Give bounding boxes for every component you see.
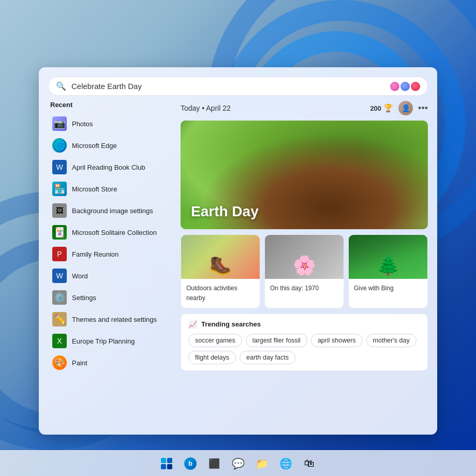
tag-earth-day-facts[interactable]: earth day facts — [240, 351, 295, 364]
recent-label-edge: Microsoft Edge — [72, 142, 117, 150]
paint-icon: 🎨 — [52, 355, 67, 370]
trending-arrow-icon: 📈 — [188, 320, 197, 329]
tag-april-showers[interactable]: april showers — [311, 334, 363, 347]
taskbar-teams-button[interactable]: 💬 — [227, 453, 249, 474]
recent-label-europe: Europe Trip Planning — [72, 337, 135, 345]
recent-label-bgsettings: Background image settings — [72, 207, 153, 215]
taskbar-edge-button[interactable]: 🌐 — [275, 453, 296, 474]
hero-title: Earth Day — [191, 203, 259, 220]
taskbar-start-button[interactable] — [156, 453, 177, 474]
trophy-icon: 🏆 — [383, 103, 393, 113]
recent-label-solitaire: Microsoft Solitaire Collection — [72, 229, 157, 236]
bing-logo — [390, 82, 420, 91]
recent-item-edge[interactable]: 🌐 Microsoft Edge — [48, 135, 172, 156]
recent-label-themes: Themes and related settings — [72, 316, 157, 323]
card-body-outdoor: Outdoors activities nearby — [181, 279, 260, 308]
recent-item-themes[interactable]: ✏️ Themes and related settings — [48, 308, 172, 330]
card-img-outdoor — [181, 235, 260, 279]
card-history[interactable]: On this day: 1970 — [264, 234, 344, 308]
win-logo-sq-4 — [167, 464, 172, 469]
win-logo-sq-3 — [161, 464, 166, 469]
recent-title: Recent — [48, 101, 172, 109]
card-body-givebing: Give with Bing — [349, 279, 427, 298]
trending-header: 📈 Trending searches — [188, 320, 420, 329]
taskview-icon: ⬛ — [209, 458, 220, 469]
europe-icon: X — [52, 334, 67, 348]
taskbar-bing-search-icon: b — [184, 457, 197, 470]
recent-item-settings[interactable]: ⚙️ Settings — [48, 287, 172, 308]
taskbar-edge-icon: 🌐 — [279, 457, 292, 470]
card-outdoor[interactable]: Outdoors activities nearby — [181, 234, 260, 308]
recent-label-family: Family Reunion — [72, 250, 118, 258]
cards-row: Outdoors activities nearby On this day: … — [181, 234, 428, 308]
themes-icon: ✏️ — [52, 312, 67, 326]
family-icon: P — [52, 247, 67, 261]
tag-flight-delays[interactable]: flight delays — [188, 351, 236, 364]
taskbar-explorer-button[interactable]: 📁 — [251, 453, 273, 474]
hero-card-earth-day[interactable]: Earth Day — [181, 121, 428, 229]
recent-label-photos: Photos — [72, 120, 93, 128]
card-img-givebing — [349, 235, 427, 279]
card-img-history — [265, 235, 344, 279]
win-logo-sq-2 — [167, 458, 172, 463]
tag-mothers-day[interactable]: mother's day — [366, 334, 416, 347]
recent-item-europe[interactable]: X Europe Trip Planning — [48, 330, 172, 352]
more-options-button[interactable]: ••• — [418, 103, 428, 114]
search-bar: 🔍 — [48, 77, 428, 96]
right-panel: Today • April 22 200 🏆 👤 ••• Earth Day — [181, 101, 428, 425]
recent-item-bgsettings[interactable]: 🖼 Background image settings — [48, 200, 172, 221]
recent-label-paint: Paint — [72, 359, 87, 367]
user-avatar[interactable]: 👤 — [398, 101, 413, 115]
date-label: Today • April 22 — [181, 104, 231, 112]
trending-section: 📈 Trending searches soccer games largest… — [181, 314, 428, 371]
teams-icon: 💬 — [232, 457, 245, 470]
taskbar-store-button[interactable]: 🛍 — [299, 453, 320, 474]
trending-title: Trending searches — [201, 320, 261, 328]
recent-label-word: Word — [72, 272, 88, 280]
header-actions: 200 🏆 👤 ••• — [370, 101, 428, 115]
book-icon: W — [52, 160, 67, 174]
bgsettings-icon: 🖼 — [52, 203, 67, 218]
settings-icon: ⚙️ — [52, 290, 67, 305]
win-logo-sq-1 — [161, 458, 166, 463]
photos-icon: 📷 — [52, 116, 67, 131]
points-badge: 200 🏆 — [370, 103, 393, 113]
start-menu-panel: 🔍 Recent 📷 Photos 🌐 Microsoft Edge W Apr… — [39, 67, 437, 435]
taskbar: b ⬛ 💬 📁 🌐 🛍 — [0, 450, 476, 476]
taskbar-search-button[interactable]: b — [180, 453, 201, 474]
recent-item-word[interactable]: W Word — [48, 265, 172, 287]
right-panel-header: Today • April 22 200 🏆 👤 ••• — [181, 101, 428, 115]
points-value: 200 — [370, 105, 381, 112]
tag-soccer-games[interactable]: soccer games — [188, 334, 242, 347]
word-icon: W — [52, 269, 67, 283]
logo-circle-blue — [400, 82, 410, 91]
recent-label-store: Microsoft Store — [72, 185, 117, 193]
logo-circle-red — [411, 82, 420, 91]
explorer-icon: 📁 — [256, 457, 269, 470]
solitaire-icon: 🃏 — [52, 225, 67, 240]
card-givebing[interactable]: Give with Bing — [348, 234, 428, 308]
card-body-history: On this day: 1970 — [265, 279, 344, 298]
recent-item-paint[interactable]: 🎨 Paint — [48, 352, 172, 374]
logo-circle-pink — [390, 82, 399, 91]
recent-item-book[interactable]: W April Reading Book Club — [48, 156, 172, 178]
search-input[interactable] — [71, 82, 385, 91]
recent-item-photos[interactable]: 📷 Photos — [48, 113, 172, 135]
tag-largest-flier-fossil[interactable]: largest flier fossil — [246, 334, 307, 347]
store-icon: 🏪 — [52, 182, 67, 196]
windows-logo — [161, 458, 172, 469]
main-content: Recent 📷 Photos 🌐 Microsoft Edge W April… — [39, 101, 437, 435]
card-title-outdoor: Outdoors activities nearby — [186, 285, 237, 302]
recent-item-family[interactable]: P Family Reunion — [48, 243, 172, 265]
sidebar-recent: Recent 📷 Photos 🌐 Microsoft Edge W April… — [48, 101, 172, 425]
recent-item-solitaire[interactable]: 🃏 Microsoft Solitaire Collection — [48, 221, 172, 243]
recent-label-book: April Reading Book Club — [72, 163, 145, 171]
card-title-givebing: Give with Bing — [354, 285, 394, 292]
recent-label-settings: Settings — [72, 294, 96, 302]
recent-item-store[interactable]: 🏪 Microsoft Store — [48, 178, 172, 200]
edge-icon: 🌐 — [52, 138, 67, 153]
search-icon: 🔍 — [56, 81, 66, 91]
trending-tags: soccer games largest flier fossil april … — [188, 334, 420, 364]
taskbar-store-icon: 🛍 — [304, 457, 315, 469]
taskbar-taskview-button[interactable]: ⬛ — [203, 453, 225, 474]
